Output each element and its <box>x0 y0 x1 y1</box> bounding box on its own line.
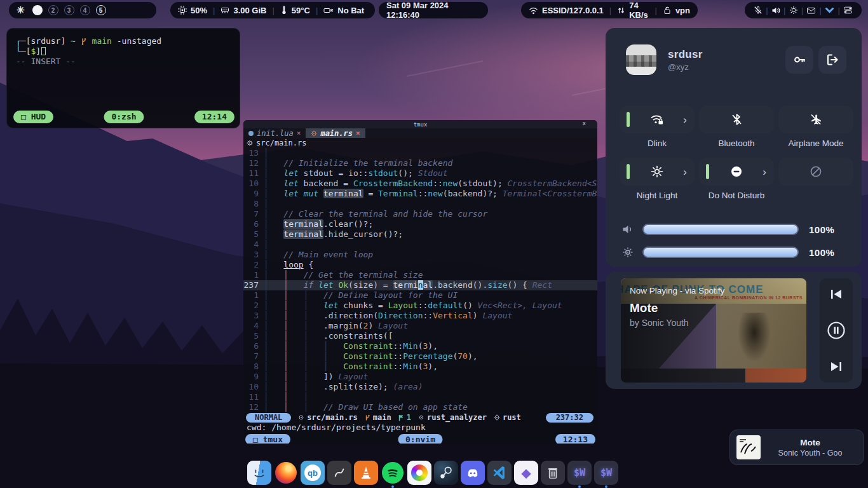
pause-button[interactable] <box>827 321 846 340</box>
code-area[interactable]: 13│12│ // Initialize the terminal backen… <box>243 148 597 412</box>
minus-circle-icon <box>730 165 743 178</box>
toggle-night-light[interactable]: › <box>620 158 695 186</box>
tab-main-rs[interactable]: main.rs × <box>306 128 365 138</box>
toggle-label: Airplane Mode <box>788 139 843 149</box>
media-notification[interactable]: Mote Sonic Youth - Goo <box>729 430 864 465</box>
spotify-icon[interactable] <box>381 461 405 485</box>
code-line: 8│ <box>243 199 597 209</box>
code-line: 9│ │ │ ]) Layout <box>243 372 597 382</box>
chevron-right-icon[interactable]: › <box>683 166 687 177</box>
photos-icon[interactable] <box>407 461 431 485</box>
desktop: ✳ 12345 50% | 3.00 GiB | 59°C | No Bat S… <box>0 0 868 488</box>
settings-gear-icon[interactable] <box>789 6 798 15</box>
cpu-icon <box>178 6 187 15</box>
obsidian-icon[interactable]: ◆ <box>514 461 538 485</box>
workspace-5-button[interactable]: 5 <box>96 5 106 15</box>
window-close-button[interactable]: x <box>583 120 586 126</box>
prompt-line-2: └─[$] <box>7 46 240 57</box>
firefox-icon[interactable] <box>274 461 298 485</box>
volume-slider[interactable] <box>642 224 799 235</box>
speaker-icon[interactable] <box>771 6 780 15</box>
tab-close-icon[interactable]: × <box>356 129 360 137</box>
user-handle: @xyz <box>668 62 703 72</box>
code-line: 1│ │ │ // Define layout for the UI <box>243 290 597 301</box>
tab-close-icon[interactable]: × <box>297 129 301 137</box>
qbittorrent-icon[interactable]: qb <box>301 461 325 485</box>
clock-island[interactable]: Sat 09 Mar 2024 12:16:40 <box>379 2 488 18</box>
swirl-app-icon[interactable] <box>327 461 351 485</box>
running-indicator <box>578 485 581 488</box>
toggle-dlink[interactable]: › <box>620 105 695 133</box>
toggles-icon[interactable] <box>843 6 853 15</box>
toggle-airplane-mode[interactable] <box>778 105 853 133</box>
vscode-icon[interactable] <box>487 461 512 485</box>
chevron-down-icon[interactable] <box>825 6 834 14</box>
next-icon <box>829 361 843 372</box>
workspace-1-button[interactable]: 1 <box>32 5 43 15</box>
quick-toggles-grid: ›DlinkBluetoothAirplane Mode›Night Light… <box>620 105 848 210</box>
chevron-right-icon[interactable]: › <box>683 114 687 125</box>
cursor-position-pill: 237:32 <box>546 413 593 423</box>
steam-icon[interactable] <box>434 461 458 485</box>
brightness-slider[interactable] <box>642 247 799 258</box>
album-art: SHAPE OF PUNK TO COME A CHIMERICAL BOMBI… <box>621 278 806 383</box>
tmux-session-pill[interactable]: □ tmux <box>245 434 290 444</box>
editor-tmux-bar: □ tmux 0:nvim 12:13 <box>245 433 595 444</box>
code-line: 5│ │ │ .constraints([ <box>243 331 597 341</box>
microphone-muted-icon[interactable] <box>754 6 763 15</box>
discord-icon[interactable] <box>461 461 485 485</box>
prompt-git-state: -unstaged <box>117 36 161 46</box>
password-key-button[interactable] <box>785 46 813 74</box>
tab-init-lua[interactable]: init.lua × <box>243 128 306 138</box>
toggle-do-not-disturb[interactable]: › <box>699 158 774 186</box>
code-line: 7│ // Clear the terminal and hide the cu… <box>243 209 597 219</box>
terminal-tmux-bar: □ HUD 0:zsh 12:14 <box>13 111 234 123</box>
prompt-path: ~ <box>71 36 76 46</box>
rust-file-icon <box>247 140 253 146</box>
cpu-usage: 50% <box>191 6 207 15</box>
statusline-branch: main <box>365 413 391 422</box>
editor-window[interactable]: tmux x init.lua × main.rs × src/main.rs … <box>243 120 597 444</box>
code-line: 6│ │ │ │ Constraint::Min(3), <box>243 341 597 351</box>
network-island[interactable]: ESSID/127.0.0.1 | 74 KB/s | vpn <box>521 2 698 18</box>
sw-app-2-icon[interactable]: $W <box>594 461 618 485</box>
code-line: 1│ │ // Get the terminal size <box>243 270 597 280</box>
code-line: 11│ let stdout = io::stdout(); Stdout <box>243 168 597 179</box>
tmux-window-pill[interactable]: 0:zsh <box>104 111 144 123</box>
terminal-cursor <box>41 47 46 55</box>
toggle-bluetooth[interactable] <box>699 105 774 133</box>
chevron-right-icon[interactable]: › <box>763 166 766 177</box>
statusline-file: src/main.rs <box>298 413 357 422</box>
battery-status: No Bat <box>337 6 364 15</box>
workspace-2-button[interactable]: 2 <box>48 5 58 15</box>
sw-app-icon[interactable]: $W <box>567 461 592 485</box>
bluetooth-off-icon <box>731 113 742 126</box>
divider: | <box>783 6 785 15</box>
datetime: Sat 09 Mar 2024 12:16:40 <box>386 1 480 20</box>
track-artist: by Sonic Youth <box>630 318 689 328</box>
code-line: 12│ │ │ // Draw UI based on app state <box>243 402 597 412</box>
next-track-button[interactable] <box>829 361 843 372</box>
toggle-slash-circle[interactable] <box>778 158 853 186</box>
file-manager-icon[interactable] <box>247 461 271 485</box>
vlc-icon[interactable] <box>354 461 378 485</box>
trash-icon[interactable] <box>541 461 565 485</box>
workspace-4-button[interactable]: 4 <box>80 5 90 15</box>
git-branch-icon <box>365 414 370 421</box>
terminal-window[interactable]: ┌─[srdusr] ~ main -unstaged └─[$] -- INS… <box>6 28 240 128</box>
key-icon <box>792 53 806 67</box>
workspace-3-button[interactable]: 3 <box>64 5 74 15</box>
mail-icon[interactable] <box>806 6 816 15</box>
tmux-window-pill[interactable]: 0:nvim <box>398 434 443 444</box>
code-line: 2│ │ │ let chunks = Layout::default() Ve… <box>243 301 597 311</box>
memory-icon <box>220 6 229 15</box>
tmux-clock-pill: 12:13 <box>555 434 595 444</box>
logout-button[interactable] <box>818 46 846 74</box>
rust-file-icon <box>298 414 304 421</box>
pause-icon <box>827 321 846 340</box>
tmux-session-pill[interactable]: □ HUD <box>13 111 53 123</box>
previous-track-button[interactable] <box>829 288 843 300</box>
network-essid: ESSID/127.0.0.1 <box>542 6 604 15</box>
brightness-slider-row: 100% <box>622 247 846 258</box>
toggle-label: Night Light <box>637 191 678 201</box>
